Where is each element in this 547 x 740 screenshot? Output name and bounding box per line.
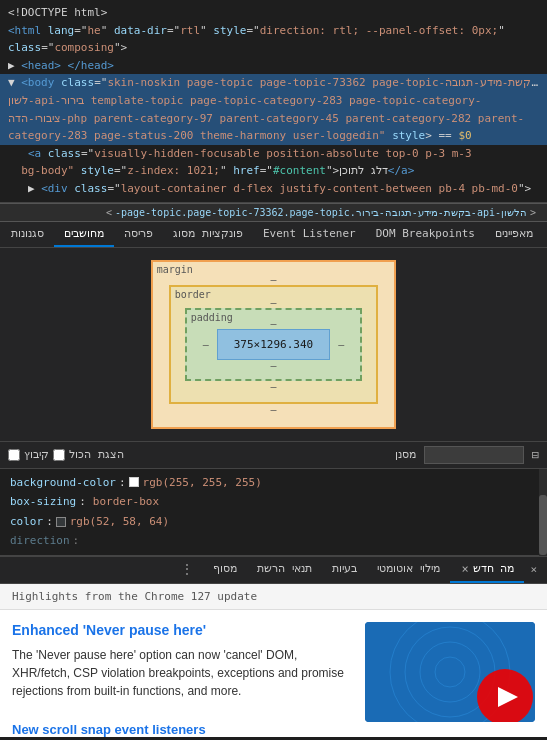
tab-more-bottom[interactable]: ⋮ <box>171 557 203 583</box>
filter-options: הצגת הכול קיבוץ <box>8 448 124 461</box>
css-props-wrapper: background-color : rgb(255, 255, 255) bo… <box>0 469 547 556</box>
group-checkbox[interactable] <box>8 449 20 461</box>
scrollbar-thumb[interactable] <box>539 495 547 555</box>
doctype-line: <!DOCTYPE html> <box>0 4 547 22</box>
div-tag-line[interactable]: ▶ <div class="layout-container d-flex ju… <box>0 180 547 198</box>
whats-new-content: Enhanced 'Never pause here' The 'Never p… <box>0 610 547 737</box>
tab-maafiynim[interactable]: מאפיינים <box>485 222 543 247</box>
html-open-line: <html lang="he" data-dir="rtl" style="di… <box>0 22 547 40</box>
filter-input[interactable] <box>424 446 524 464</box>
doctype-text: <!DOCTYPE html> <box>8 6 107 19</box>
content-size: 375×1296.340 <box>234 338 313 351</box>
selector-bar: < הלשון-api-בקשת-מידע-תגובה-בירור.page-t… <box>0 203 547 222</box>
border-bottom-value[interactable]: – <box>270 381 276 392</box>
div-arrow[interactable]: ▶ <box>28 182 35 195</box>
html-tag-open: <html <box>8 24 41 37</box>
selector-text: הלשון-api-בקשת-מידע-תגובה-בירור.page-top… <box>115 207 527 218</box>
filter-label: מסנן <box>395 448 416 461</box>
margin-bottom-value[interactable]: – <box>270 404 276 415</box>
box-content[interactable]: 375×1296.340 <box>217 329 330 360</box>
css-prop-color: color : rgb(52, 58, 64) <box>0 512 547 532</box>
close-all-button[interactable]: × <box>524 558 543 581</box>
content-row: – 375×1296.340 – <box>199 329 349 360</box>
html-class-line: class="composing"> <box>0 39 547 57</box>
whats-new-tab-close[interactable]: × <box>462 562 469 576</box>
tab-computed[interactable]: מחושבים <box>54 222 114 247</box>
prop-value-bg[interactable]: rgb(255, 255, 255) <box>143 474 262 492</box>
whats-new-header-text: Highlights from the Chrome 127 update <box>12 590 257 603</box>
padding-bottom-row: – <box>199 360 349 371</box>
css-prop-background-color: background-color : rgb(255, 255, 255) <box>0 473 547 493</box>
body-class-line3: ציבורי-הדה-php parent-category-97 parent… <box>0 110 547 128</box>
tab-network[interactable]: תנאי הרשת <box>247 557 322 582</box>
a-tag-line[interactable]: <a class="visually-hidden-focusable posi… <box>0 145 547 163</box>
tab-more[interactable]: >> <box>0 222 1 246</box>
show-all-checkbox[interactable] <box>53 449 65 461</box>
tab-whats-new[interactable]: מה חדש × <box>450 557 525 583</box>
a-tag-line2: bg-body" style="z-index: 1021;" href="#c… <box>0 162 547 180</box>
prop-name-color[interactable]: color <box>10 513 43 531</box>
border-top-value[interactable]: – <box>270 297 276 308</box>
box-margin: margin – border – padding – – <box>151 260 397 429</box>
code-panel: <!DOCTYPE html> <html lang="he" data-dir… <box>0 0 547 203</box>
tab-console[interactable]: מסוף <box>203 557 247 582</box>
margin-label: margin <box>157 264 193 275</box>
bottom-tabs-row: × מה חדש × מילוי אוטומטי בעיות תנאי הרשת… <box>0 556 547 584</box>
prop-value-color[interactable]: rgb(52, 58, 64) <box>70 513 169 531</box>
padding-bottom-value[interactable]: – <box>270 360 276 371</box>
content-left-dash[interactable]: – <box>199 339 213 350</box>
whats-new-thumbnail[interactable] <box>365 622 535 722</box>
padding-top-value[interactable]: – <box>270 318 276 329</box>
right-scrollbar <box>539 469 547 556</box>
selector-next[interactable]: > <box>106 207 112 218</box>
body-line[interactable]: ▼ <body class="skin-noskin page-topic pa… <box>0 74 547 92</box>
border-bottom-row: – <box>185 381 363 392</box>
filter-bar: ⊟ מסנן הצגת הכול קיבוץ <box>0 442 547 469</box>
head-line[interactable]: ▶ <head> </head> <box>0 57 547 75</box>
prop-name-bg[interactable]: background-color <box>10 474 116 492</box>
body-arrow[interactable]: ▼ <box>8 76 15 89</box>
filter-icon: ⊟ <box>532 448 539 462</box>
tab-styles[interactable]: סגנונות <box>1 222 54 247</box>
tab-event-listener[interactable]: Event Listener <box>253 222 366 247</box>
tab-functions[interactable]: פונקציות מסוג <box>163 222 253 247</box>
tab-issues[interactable]: בעיות <box>322 557 367 582</box>
head-arrow[interactable]: ▶ <box>8 59 15 72</box>
border-label: border <box>175 289 211 300</box>
padding-label: padding <box>191 312 233 323</box>
css-prop-box-sizing: box-sizing : border-box <box>0 492 547 512</box>
box-model-container: margin – border – padding – – <box>151 260 397 429</box>
selector-prev[interactable]: < <box>530 207 536 218</box>
whats-new-tab-label: מה חדש <box>473 562 515 575</box>
box-model-panel: margin – border – padding – – <box>0 248 547 442</box>
content-right-dash[interactable]: – <box>334 339 348 350</box>
border-top-row: – <box>185 297 363 308</box>
box-padding: padding – – 375×1296.340 – – <box>185 308 363 381</box>
css-prop-direction: direction : <box>0 531 547 551</box>
margin-top-row: – <box>169 274 379 285</box>
body-class-line2: לשון-api-בירור template-topic page-topic… <box>0 92 547 110</box>
prop-name-boxsizing[interactable]: box-sizing <box>10 493 76 511</box>
thumbnail-svg <box>365 622 535 722</box>
whats-new-section2-title: New scroll snap event listeners <box>12 722 535 737</box>
whats-new-panel: Highlights from the Chrome 127 update En… <box>0 584 547 737</box>
tabs-row: מאפיינים DOM Breakpoints Event Listener … <box>0 222 547 248</box>
body-class-line4: category-283 page-status-200 theme-harmo… <box>0 127 547 145</box>
css-props: background-color : rgb(255, 255, 255) bo… <box>0 469 547 556</box>
margin-bottom-row: – <box>169 404 379 415</box>
show-all-label: הצגת הכול <box>69 448 124 461</box>
color-swatch[interactable] <box>56 517 66 527</box>
whats-new-header: Highlights from the Chrome 127 update <box>0 584 547 610</box>
group-label: קיבוץ <box>24 448 49 461</box>
tab-prisah[interactable]: פריסה <box>114 222 163 247</box>
prop-value-boxsizing[interactable]: border-box <box>93 493 159 511</box>
margin-top-value[interactable]: – <box>270 274 276 285</box>
bg-color-swatch[interactable] <box>129 477 139 487</box>
tab-dom-breakpoints[interactable]: DOM Breakpoints <box>366 222 485 247</box>
box-border: border – padding – – 375×1296.340 <box>169 285 379 404</box>
prop-name-direction[interactable]: direction <box>10 532 70 550</box>
tab-autofill[interactable]: מילוי אוטומטי <box>367 557 450 582</box>
